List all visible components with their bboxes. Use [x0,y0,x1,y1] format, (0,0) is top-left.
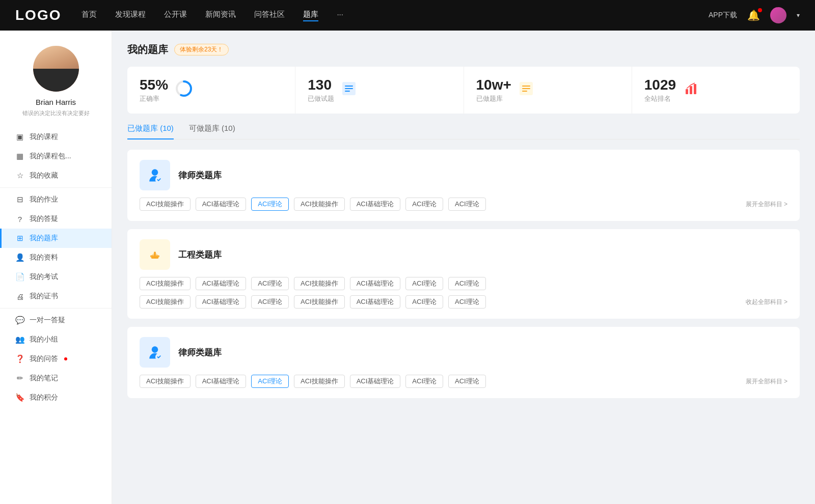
svg-rect-5 [345,91,350,92]
sidebar-item-notes[interactable]: ✏ 我的笔记 [0,369,112,388]
sidebar-item-course-package[interactable]: ▦ 我的课程包... [0,147,112,166]
sidebar: Brian Harris 错误的决定比没有决定要好 ▣ 我的课程 ▦ 我的课程包… [0,31,112,504]
course-package-icon: ▦ [15,152,24,161]
svg-rect-18 [150,256,154,257]
user-name: Brian Harris [36,98,76,106]
tag-item[interactable]: ACI理论 [448,295,486,309]
sidebar-item-my-course[interactable]: ▣ 我的课程 [0,127,112,147]
tag-item[interactable]: ACI技能操作 [294,277,345,290]
tag-item[interactable]: ACI理论 [251,375,289,388]
stat-accuracy: 55% 正确率 [127,67,295,114]
svg-point-20 [152,346,158,353]
nav-app-download[interactable]: APP下载 [709,11,737,20]
svg-rect-9 [522,91,527,92]
tag-item[interactable]: ACI技能操作 [140,295,191,309]
sidebar-item-label: 我的作业 [30,195,58,204]
nav-discover[interactable]: 发现课程 [115,10,146,21]
tag-item[interactable]: ACI理论 [448,277,486,290]
svg-rect-8 [522,88,530,89]
nav-question-bank[interactable]: 题库 [303,10,318,21]
sidebar-item-points[interactable]: 🔖 我的积分 [0,388,112,407]
nav-open-course[interactable]: 公开课 [164,10,187,21]
stat-label: 已做题库 [476,94,511,103]
nav-news[interactable]: 新闻资讯 [205,10,236,21]
tag-item[interactable]: ACI基础理论 [350,277,401,290]
tag-item[interactable]: ACI技能操作 [294,295,345,309]
certificate-icon: 🖨 [15,292,24,301]
expand-button[interactable]: 展开全部科目 > [746,377,787,386]
stat-value: 55% [140,77,168,93]
tag-item[interactable]: ACI理论 [448,375,486,388]
sidebar-item-tutor[interactable]: 💬 一对一答疑 [0,311,112,330]
bank-name: 律师类题库 [178,347,222,358]
stat-label: 全站排名 [644,94,676,103]
star-icon: ☆ [15,171,24,180]
tag-item[interactable]: ACI基础理论 [350,295,401,309]
navbar: LOGO 首页 发现课程 公开课 新闻资讯 问答社区 题库 ··· APP下载 … [0,0,815,31]
nav-home[interactable]: 首页 [82,10,97,21]
tag-item[interactable]: ACI理论 [251,198,289,211]
tag-item[interactable]: ACI基础理论 [196,295,247,309]
tag-item[interactable]: ACI基础理论 [350,375,401,388]
stats-row: 55% 正确率 130 已做试题 [127,67,800,114]
user-avatar-image [33,46,79,92]
tag-item[interactable]: ACI理论 [251,295,289,309]
sidebar-item-label: 我的资料 [30,253,58,262]
stat-value: 1029 [644,77,676,93]
nav-bell-button[interactable]: 🔔 [747,9,760,21]
sidebar-item-my-qa[interactable]: ❓ 我的问答 [0,349,112,369]
tag-item[interactable]: ACI基础理论 [196,375,247,388]
tag-item[interactable]: ACI基础理论 [196,198,247,211]
tab-done-banks[interactable]: 已做题库 (10) [127,124,174,139]
tag-item[interactable]: ACI基础理论 [350,198,401,211]
tag-item[interactable]: ACI理论 [448,198,486,211]
tab-available-banks[interactable]: 可做题库 (10) [189,124,235,139]
tag-item[interactable]: ACI理论 [405,198,443,211]
notification-dot [758,8,762,12]
tag-item[interactable]: ACI技能操作 [140,277,191,290]
stat-questions-done-value: 130 已做试题 [308,77,334,103]
course-icon: ▣ [15,132,24,142]
profile-icon: 👤 [15,253,24,262]
tag-item[interactable]: ACI理论 [405,375,443,388]
bank-tags-row: ACI技能操作 ACI基础理论 ACI理论 ACI技能操作 ACI基础理论 AC… [140,375,787,388]
tag-item[interactable]: ACI技能操作 [294,375,345,388]
tag-item[interactable]: ACI技能操作 [140,375,191,388]
collapse-button[interactable]: 收起全部科目 > [746,298,787,306]
bar-chart-icon [683,81,698,99]
sidebar-item-certificate[interactable]: 🖨 我的证书 [0,287,112,306]
nav-qa[interactable]: 问答社区 [254,10,285,21]
expand-button[interactable]: 展开全部科目 > [746,200,787,209]
sidebar-item-label: 一对一答疑 [30,316,65,325]
avatar-image [770,7,786,23]
stat-accuracy-value: 55% 正确率 [140,77,168,103]
tag-item[interactable]: ACI技能操作 [140,198,191,211]
tag-item[interactable]: ACI技能操作 [294,198,345,211]
tutor-icon: 💬 [15,316,24,325]
bank-icon-lawyer-2 [140,337,170,368]
bank-card-header: 律师类题库 [140,337,787,368]
svg-point-13 [152,169,158,176]
tag-item[interactable]: ACI理论 [251,277,289,290]
avatar[interactable] [770,7,786,23]
sidebar-item-profile[interactable]: 👤 我的资料 [0,248,112,267]
sidebar-item-question-bank[interactable]: ⊞ 我的题库 [0,229,112,248]
chevron-down-icon[interactable]: ▾ [797,12,800,19]
main-content: 我的题库 体验剩余23天！ 55% 正确率 [112,31,815,504]
tag-item[interactable]: ACI理论 [405,295,443,309]
sidebar-item-label: 我的课程 [30,132,58,142]
tag-item[interactable]: ACI理论 [405,277,443,290]
sidebar-item-group[interactable]: 👥 我的小组 [0,330,112,349]
tag-item[interactable]: ACI基础理论 [196,277,247,290]
sidebar-item-favorites[interactable]: ☆ 我的收藏 [0,166,112,185]
sidebar-item-exam[interactable]: 📄 我的考试 [0,267,112,287]
trial-badge: 体验剩余23天！ [174,44,229,55]
sidebar-menu: ▣ 我的课程 ▦ 我的课程包... ☆ 我的收藏 ⊟ 我的作业 ? 我的答疑 ⊞ [0,127,112,407]
homework-icon: ⊟ [15,195,24,204]
stat-banks-done-value: 10w+ 已做题库 [476,77,511,103]
tab-row: 已做题库 (10) 可做题库 (10) [127,124,800,139]
svg-rect-19 [156,256,159,257]
nav-more[interactable]: ··· [337,10,343,21]
sidebar-item-qa[interactable]: ? 我的答疑 [0,209,112,229]
sidebar-item-homework[interactable]: ⊟ 我的作业 [0,190,112,209]
